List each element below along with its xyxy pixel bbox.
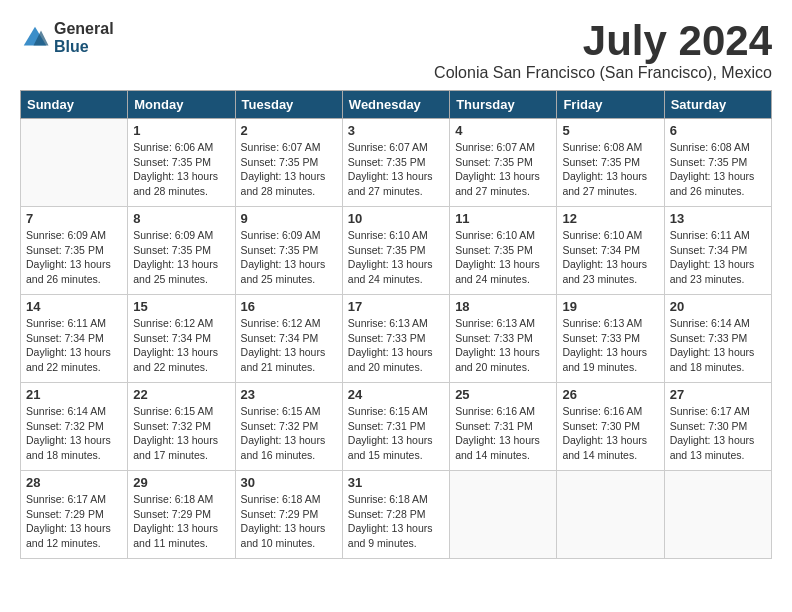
logo-icon (20, 23, 50, 53)
calendar-cell: 3Sunrise: 6:07 AM Sunset: 7:35 PM Daylig… (342, 119, 449, 207)
logo: General Blue (20, 20, 114, 55)
day-info: Sunrise: 6:17 AM Sunset: 7:29 PM Dayligh… (26, 492, 122, 551)
day-info: Sunrise: 6:08 AM Sunset: 7:35 PM Dayligh… (562, 140, 658, 199)
calendar-cell (21, 119, 128, 207)
calendar-cell: 24Sunrise: 6:15 AM Sunset: 7:31 PM Dayli… (342, 383, 449, 471)
calendar-cell: 18Sunrise: 6:13 AM Sunset: 7:33 PM Dayli… (450, 295, 557, 383)
calendar-table: SundayMondayTuesdayWednesdayThursdayFrid… (20, 90, 772, 559)
day-info: Sunrise: 6:18 AM Sunset: 7:29 PM Dayligh… (133, 492, 229, 551)
day-info: Sunrise: 6:16 AM Sunset: 7:31 PM Dayligh… (455, 404, 551, 463)
calendar-cell: 21Sunrise: 6:14 AM Sunset: 7:32 PM Dayli… (21, 383, 128, 471)
day-number: 21 (26, 387, 122, 402)
calendar-cell (557, 471, 664, 559)
day-number: 13 (670, 211, 766, 226)
day-number: 24 (348, 387, 444, 402)
calendar-cell: 20Sunrise: 6:14 AM Sunset: 7:33 PM Dayli… (664, 295, 771, 383)
day-number: 15 (133, 299, 229, 314)
day-info: Sunrise: 6:07 AM Sunset: 7:35 PM Dayligh… (241, 140, 337, 199)
day-number: 17 (348, 299, 444, 314)
day-info: Sunrise: 6:15 AM Sunset: 7:31 PM Dayligh… (348, 404, 444, 463)
calendar-cell: 5Sunrise: 6:08 AM Sunset: 7:35 PM Daylig… (557, 119, 664, 207)
week-row-4: 21Sunrise: 6:14 AM Sunset: 7:32 PM Dayli… (21, 383, 772, 471)
day-number: 29 (133, 475, 229, 490)
day-info: Sunrise: 6:18 AM Sunset: 7:28 PM Dayligh… (348, 492, 444, 551)
calendar-cell: 16Sunrise: 6:12 AM Sunset: 7:34 PM Dayli… (235, 295, 342, 383)
day-number: 28 (26, 475, 122, 490)
calendar-cell: 2Sunrise: 6:07 AM Sunset: 7:35 PM Daylig… (235, 119, 342, 207)
day-number: 19 (562, 299, 658, 314)
day-info: Sunrise: 6:15 AM Sunset: 7:32 PM Dayligh… (241, 404, 337, 463)
day-info: Sunrise: 6:09 AM Sunset: 7:35 PM Dayligh… (133, 228, 229, 287)
day-number: 31 (348, 475, 444, 490)
day-number: 27 (670, 387, 766, 402)
calendar-cell: 10Sunrise: 6:10 AM Sunset: 7:35 PM Dayli… (342, 207, 449, 295)
calendar-cell: 19Sunrise: 6:13 AM Sunset: 7:33 PM Dayli… (557, 295, 664, 383)
day-info: Sunrise: 6:17 AM Sunset: 7:30 PM Dayligh… (670, 404, 766, 463)
calendar-cell: 9Sunrise: 6:09 AM Sunset: 7:35 PM Daylig… (235, 207, 342, 295)
day-number: 2 (241, 123, 337, 138)
day-info: Sunrise: 6:10 AM Sunset: 7:35 PM Dayligh… (348, 228, 444, 287)
day-number: 7 (26, 211, 122, 226)
calendar-cell: 8Sunrise: 6:09 AM Sunset: 7:35 PM Daylig… (128, 207, 235, 295)
calendar-cell: 28Sunrise: 6:17 AM Sunset: 7:29 PM Dayli… (21, 471, 128, 559)
month-title: July 2024 (434, 20, 772, 62)
day-number: 11 (455, 211, 551, 226)
week-row-3: 14Sunrise: 6:11 AM Sunset: 7:34 PM Dayli… (21, 295, 772, 383)
day-number: 25 (455, 387, 551, 402)
column-header-friday: Friday (557, 91, 664, 119)
calendar-cell: 4Sunrise: 6:07 AM Sunset: 7:35 PM Daylig… (450, 119, 557, 207)
title-block: July 2024 Colonia San Francisco (San Fra… (434, 20, 772, 82)
day-number: 5 (562, 123, 658, 138)
day-info: Sunrise: 6:18 AM Sunset: 7:29 PM Dayligh… (241, 492, 337, 551)
calendar-cell: 14Sunrise: 6:11 AM Sunset: 7:34 PM Dayli… (21, 295, 128, 383)
column-header-monday: Monday (128, 91, 235, 119)
calendar-cell: 6Sunrise: 6:08 AM Sunset: 7:35 PM Daylig… (664, 119, 771, 207)
day-number: 30 (241, 475, 337, 490)
day-info: Sunrise: 6:12 AM Sunset: 7:34 PM Dayligh… (241, 316, 337, 375)
column-header-wednesday: Wednesday (342, 91, 449, 119)
day-number: 14 (26, 299, 122, 314)
column-header-thursday: Thursday (450, 91, 557, 119)
column-header-sunday: Sunday (21, 91, 128, 119)
location-title: Colonia San Francisco (San Francisco), M… (434, 64, 772, 82)
day-info: Sunrise: 6:11 AM Sunset: 7:34 PM Dayligh… (26, 316, 122, 375)
day-info: Sunrise: 6:13 AM Sunset: 7:33 PM Dayligh… (455, 316, 551, 375)
day-number: 10 (348, 211, 444, 226)
day-info: Sunrise: 6:10 AM Sunset: 7:35 PM Dayligh… (455, 228, 551, 287)
day-info: Sunrise: 6:09 AM Sunset: 7:35 PM Dayligh… (26, 228, 122, 287)
logo-general: General (54, 20, 114, 38)
column-header-tuesday: Tuesday (235, 91, 342, 119)
day-number: 6 (670, 123, 766, 138)
week-row-1: 1Sunrise: 6:06 AM Sunset: 7:35 PM Daylig… (21, 119, 772, 207)
page-header: General Blue July 2024 Colonia San Franc… (20, 20, 772, 82)
day-number: 22 (133, 387, 229, 402)
day-number: 12 (562, 211, 658, 226)
day-info: Sunrise: 6:06 AM Sunset: 7:35 PM Dayligh… (133, 140, 229, 199)
calendar-cell: 23Sunrise: 6:15 AM Sunset: 7:32 PM Dayli… (235, 383, 342, 471)
logo-blue: Blue (54, 38, 114, 56)
day-number: 8 (133, 211, 229, 226)
calendar-cell: 12Sunrise: 6:10 AM Sunset: 7:34 PM Dayli… (557, 207, 664, 295)
week-row-5: 28Sunrise: 6:17 AM Sunset: 7:29 PM Dayli… (21, 471, 772, 559)
calendar-cell: 30Sunrise: 6:18 AM Sunset: 7:29 PM Dayli… (235, 471, 342, 559)
calendar-cell: 31Sunrise: 6:18 AM Sunset: 7:28 PM Dayli… (342, 471, 449, 559)
day-number: 16 (241, 299, 337, 314)
day-number: 9 (241, 211, 337, 226)
calendar-cell: 15Sunrise: 6:12 AM Sunset: 7:34 PM Dayli… (128, 295, 235, 383)
calendar-cell: 17Sunrise: 6:13 AM Sunset: 7:33 PM Dayli… (342, 295, 449, 383)
calendar-cell: 11Sunrise: 6:10 AM Sunset: 7:35 PM Dayli… (450, 207, 557, 295)
day-number: 23 (241, 387, 337, 402)
calendar-cell: 7Sunrise: 6:09 AM Sunset: 7:35 PM Daylig… (21, 207, 128, 295)
day-info: Sunrise: 6:15 AM Sunset: 7:32 PM Dayligh… (133, 404, 229, 463)
calendar-header-row: SundayMondayTuesdayWednesdayThursdayFrid… (21, 91, 772, 119)
calendar-cell: 25Sunrise: 6:16 AM Sunset: 7:31 PM Dayli… (450, 383, 557, 471)
day-info: Sunrise: 6:14 AM Sunset: 7:33 PM Dayligh… (670, 316, 766, 375)
day-info: Sunrise: 6:12 AM Sunset: 7:34 PM Dayligh… (133, 316, 229, 375)
day-number: 3 (348, 123, 444, 138)
day-info: Sunrise: 6:13 AM Sunset: 7:33 PM Dayligh… (562, 316, 658, 375)
day-number: 20 (670, 299, 766, 314)
calendar-cell: 27Sunrise: 6:17 AM Sunset: 7:30 PM Dayli… (664, 383, 771, 471)
day-info: Sunrise: 6:09 AM Sunset: 7:35 PM Dayligh… (241, 228, 337, 287)
day-number: 4 (455, 123, 551, 138)
column-header-saturday: Saturday (664, 91, 771, 119)
